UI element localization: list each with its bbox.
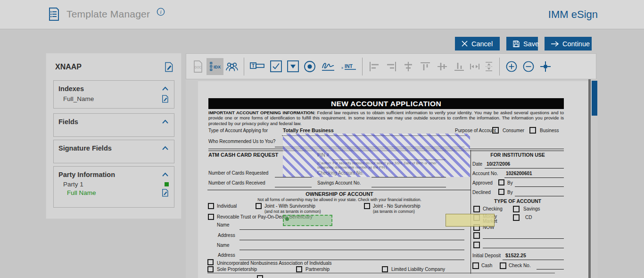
- cancel-button[interactable]: Cancel: [455, 37, 500, 51]
- align-left-icon: [369, 61, 380, 72]
- field-anchor-icon: [285, 217, 289, 221]
- edit-icon[interactable]: [162, 189, 169, 197]
- joint-with-label: Joint - With Survivorship: [264, 203, 315, 209]
- who-recommended-label: Who Recommended Us to You?: [208, 139, 275, 144]
- cd-checkbox: [513, 214, 520, 221]
- index-tool-button[interactable]: IDX: [206, 58, 223, 75]
- dropdown-tool-button[interactable]: [284, 58, 301, 75]
- mapped-status-indicator: [165, 182, 169, 186]
- chevron-up-icon[interactable]: [162, 119, 169, 124]
- arrow-right-icon: [551, 41, 559, 47]
- chevron-up-icon[interactable]: [162, 172, 169, 177]
- checkbox-tool-button[interactable]: [267, 58, 284, 75]
- section-divider: [207, 190, 471, 190]
- zoom-out-button[interactable]: [520, 58, 537, 75]
- form-line: [485, 168, 564, 168]
- distribute-horizontal-icon: [469, 61, 480, 72]
- align-bottom-button[interactable]: [451, 58, 468, 75]
- distribute-horizontal-button[interactable]: [468, 58, 482, 75]
- party-item[interactable]: Party 1: [54, 178, 174, 188]
- template-panel: XNAAP Indexes Full_Name: [46, 53, 182, 219]
- form-line: [239, 260, 464, 260]
- align-top-icon: [420, 61, 431, 72]
- doc-icon: DOC: [192, 60, 204, 73]
- date-value: 10/27/2006: [487, 161, 510, 167]
- section-signature-fields-label: Signature Fields: [58, 144, 112, 152]
- approved-label: Approved: [472, 180, 493, 185]
- cash-checkbox: [472, 262, 479, 269]
- type-account-title: TYPE OF ACCOUNT: [471, 198, 564, 204]
- declined-checkbox: [498, 189, 504, 195]
- yellow-field-overlay[interactable]: [446, 214, 495, 227]
- joint-with-sub: (and not as tenants in common): [264, 209, 321, 214]
- save-button[interactable]: Save: [506, 37, 538, 51]
- form-line: [372, 177, 446, 177]
- radio-tool-button[interactable]: [301, 58, 318, 75]
- brand-logo: IMM eSign: [548, 8, 598, 21]
- template-manager-icon: [47, 7, 60, 21]
- joint-with-checkbox: [256, 203, 262, 209]
- align-center-button[interactable]: [400, 58, 417, 75]
- party-field-overlay[interactable]: [283, 215, 332, 226]
- editor-toolbar: DOC IDX T: [186, 53, 596, 79]
- form-title-bar: NEW ACCOUNT APPLICATION: [208, 98, 564, 109]
- joint-no-sub: (as tenants in common): [373, 209, 415, 214]
- purpose-label: Purpose of Account: [455, 128, 496, 133]
- dropdown-icon: [287, 60, 299, 73]
- llc-checkbox: [382, 266, 388, 272]
- parties-tool-button[interactable]: [223, 58, 240, 75]
- unincorporated-checkbox: [207, 259, 214, 265]
- align-middle-button[interactable]: [434, 58, 451, 75]
- vertical-scrollbar[interactable]: [591, 79, 598, 278]
- date-label: Date: [472, 161, 482, 167]
- check-no-label: Check No.: [509, 263, 531, 268]
- section-indexes: Indexes Full_Name: [53, 80, 174, 109]
- index-field-overlay[interactable]: [283, 134, 470, 177]
- distribute-vertical-button[interactable]: [482, 58, 496, 75]
- app-root: Template Manager i IMM eSign Cancel Save: [0, 0, 644, 278]
- center-position-button[interactable]: [537, 58, 554, 75]
- align-bottom-icon: [454, 61, 465, 72]
- joint-no-label: Joint - No Survivorship: [373, 203, 421, 209]
- align-top-button[interactable]: [417, 58, 434, 75]
- initials-tool-button[interactable]: x INT: [338, 58, 359, 75]
- checking-label: Checking: [483, 206, 503, 211]
- continue-button[interactable]: Continue: [545, 37, 592, 51]
- cash-label: Cash: [481, 263, 492, 268]
- zoom-in-button[interactable]: [503, 58, 520, 75]
- signature-icon: [320, 60, 336, 73]
- chevron-up-icon[interactable]: [162, 146, 169, 151]
- document-page: NEW ACCOUNT APPLICATION IMPORTANT ACCOUN…: [198, 81, 588, 278]
- initial-deposit-value: $1522.25: [505, 253, 526, 258]
- align-right-button[interactable]: [383, 58, 400, 75]
- scrollbar-thumb[interactable]: [592, 81, 597, 116]
- checkbox-icon: [270, 60, 282, 73]
- party-field-item[interactable]: Full Name: [54, 188, 174, 197]
- party-item-label: Party 1: [63, 181, 83, 188]
- svg-text:IDX: IDX: [214, 65, 221, 69]
- distribute-vertical-icon: [483, 61, 495, 72]
- section-indexes-label: Indexes: [58, 85, 84, 93]
- document-tool-button[interactable]: DOC: [190, 58, 206, 75]
- info-icon[interactable]: i: [157, 8, 165, 16]
- atm-title: ATM CASH CARD REQUEST: [208, 152, 278, 158]
- type-applying-label: Type of Account Applying for: [208, 128, 268, 133]
- savings-checkbox: [513, 206, 520, 212]
- form-intro-strong: IMPORTANT ACCOUNT OPENING INFORMATION:: [208, 110, 315, 115]
- text-field-tool-button[interactable]: T: [248, 58, 267, 75]
- save-label: Save: [523, 40, 539, 48]
- align-center-icon: [403, 61, 414, 72]
- cancel-label: Cancel: [471, 40, 493, 48]
- revocable-checkbox: [208, 214, 214, 220]
- edit-icon[interactable]: [165, 62, 173, 72]
- edit-icon[interactable]: [162, 95, 169, 103]
- initial-deposit-label: Initial Deposit: [472, 253, 501, 258]
- document-viewer: NEW ACCOUNT APPLICATION IMPORTANT ACCOUN…: [186, 79, 596, 278]
- align-left-button[interactable]: [366, 58, 383, 75]
- chevron-up-icon[interactable]: [162, 86, 169, 91]
- index-item-full-name[interactable]: Full_Name: [54, 93, 174, 103]
- form-line: [372, 187, 446, 187]
- signature-tool-button[interactable]: [318, 58, 338, 75]
- individual-checkbox: [208, 203, 214, 209]
- template-name: XNAAP: [55, 63, 82, 71]
